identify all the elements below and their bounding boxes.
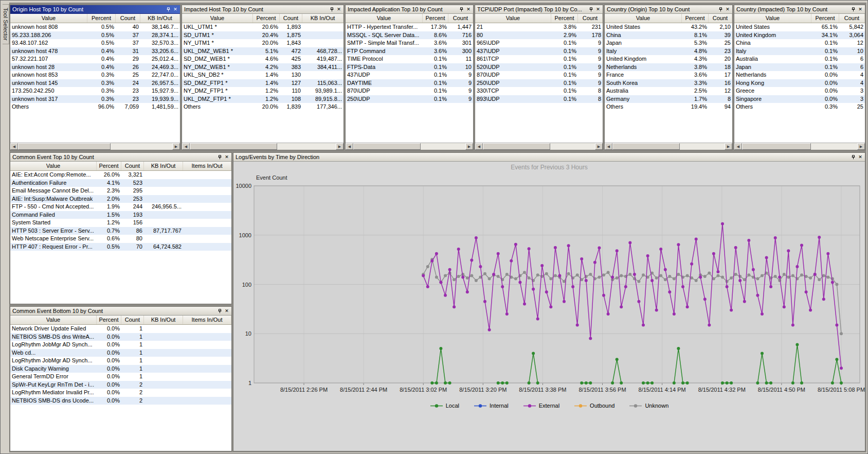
- table-row[interactable]: DAYTIME0.1%9: [346, 79, 473, 88]
- scroll-left-button[interactable]: ◀: [734, 143, 742, 150]
- close-icon[interactable]: ✕: [465, 6, 472, 13]
- panel-titlebar[interactable]: Common Event Top 10 by Count ✕: [10, 153, 231, 162]
- table-row[interactable]: 250\UDP0.1%9: [346, 95, 473, 103]
- table-row[interactable]: UKL_SN_DB2 *1.4%130: [182, 71, 343, 79]
- scroll-left-button[interactable]: ◀: [346, 143, 353, 150]
- table-row[interactable]: Netherlands0.0%4: [734, 71, 865, 79]
- table-row[interactable]: Greece0.0%3: [734, 87, 865, 95]
- table-row[interactable]: NY_UTM1 *20.0%1,843: [182, 39, 343, 47]
- column-header-kb-in-out[interactable]: KB In/Out: [144, 162, 183, 170]
- column-header-count[interactable]: Count: [116, 14, 140, 23]
- legend-item-outbound[interactable]: Outbound: [574, 403, 614, 409]
- table-row[interactable]: unknown host 1450.3%2426,957.5...: [10, 79, 180, 88]
- table-row[interactable]: SD_UTM1 *20.4%1,875: [182, 31, 343, 40]
- column-header-percent[interactable]: Percent: [423, 14, 448, 23]
- table-row[interactable]: LogRhythm JobMgr AD Synch...0.0%1: [10, 341, 231, 349]
- scrollbar-thumb[interactable]: [190, 143, 277, 150]
- table-row[interactable]: FTP - 550 - Cmd Not Accepted...1.9%24424…: [10, 203, 231, 211]
- table-row[interactable]: Singapore0.0%3: [734, 95, 865, 103]
- column-header-items-in-out[interactable]: Items In/Out: [183, 316, 231, 324]
- table-row[interactable]: Others0.3%25: [734, 103, 865, 111]
- table-row[interactable]: South Korea3.3%16: [605, 79, 732, 88]
- column-header-count[interactable]: Count: [448, 14, 473, 23]
- scroll-left-button[interactable]: ◀: [10, 143, 18, 150]
- pin-icon[interactable]: [849, 6, 857, 13]
- table-row[interactable]: United Kingdom4.3%20: [605, 55, 732, 63]
- close-icon[interactable]: ✕: [857, 6, 864, 13]
- panel-titlebar[interactable]: Common Event Bottom 10 by Count ✕: [10, 307, 231, 316]
- table-row[interactable]: Command Failed1.5%193: [10, 211, 231, 219]
- table-row[interactable]: 520\UDP0.1%9: [475, 63, 603, 72]
- table-row[interactable]: LogRhythm JobMgr AD Synch...0.0%1: [10, 357, 231, 365]
- scroll-right-button[interactable]: ▶: [172, 143, 180, 150]
- column-header-count[interactable]: Count: [709, 14, 732, 23]
- panel-titlebar[interactable]: Impacted Host Top 10 by Count ✕: [182, 5, 343, 14]
- column-header-count[interactable]: Count: [839, 14, 865, 23]
- table-row[interactable]: UKL_UTM1 *20.6%1,893: [182, 23, 343, 31]
- horizontal-scrollbar[interactable]: ◀ ▶: [605, 143, 732, 150]
- column-header-kb-in-out[interactable]: KB In/Out: [302, 14, 343, 23]
- table-row[interactable]: System Started1.2%156: [10, 219, 231, 227]
- column-header-value[interactable]: Value: [605, 14, 682, 23]
- scrollbar-thumb[interactable]: [18, 143, 111, 150]
- column-header-count[interactable]: Count: [280, 14, 302, 23]
- column-header-count[interactable]: Count: [578, 14, 603, 23]
- close-icon[interactable]: ✕: [724, 6, 731, 13]
- pin-icon[interactable]: [458, 6, 465, 13]
- table-row[interactable]: NETBIOS SMB-DS dns Ucode...0.0%2: [10, 397, 231, 405]
- table-row[interactable]: SpWr-Put KeyLgr RnTm Det - i...0.0%2: [10, 381, 231, 389]
- legend-item-internal[interactable]: Internal: [474, 403, 509, 409]
- panel-titlebar[interactable]: Impacted Application Top 10 by Count ✕: [346, 5, 473, 14]
- column-header-count[interactable]: Count: [121, 162, 144, 170]
- column-header-percent[interactable]: Percent: [551, 14, 578, 23]
- horizontal-scrollbar[interactable]: ◀ ▶: [346, 143, 473, 150]
- column-header-value[interactable]: Value: [182, 14, 253, 23]
- panel-titlebar[interactable]: Country (Origin) Top 10 by Count ✕: [605, 5, 732, 14]
- table-row[interactable]: United States65.1%5,842: [734, 23, 865, 31]
- table-row[interactable]: Netherlands3.8%18: [605, 63, 732, 72]
- table-row[interactable]: 861\TCP0.1%9: [475, 55, 603, 63]
- pin-icon[interactable]: [165, 6, 172, 13]
- table-row[interactable]: UKL_DMZ_FTP1 *1.2%10889,915.8...: [182, 95, 343, 103]
- close-icon[interactable]: ✕: [223, 154, 230, 161]
- scroll-right-button[interactable]: ▶: [857, 143, 865, 150]
- scroll-right-button[interactable]: ▶: [336, 143, 343, 150]
- table-row[interactable]: unknown host 3170.3%2319,939.9...: [10, 95, 180, 103]
- table-row[interactable]: unknown host 8080.5%4038,146.7...: [10, 23, 180, 31]
- table-row[interactable]: FTP Command3.6%300: [346, 47, 473, 56]
- scroll-right-button[interactable]: ▶: [465, 143, 473, 150]
- table-row[interactable]: Others20.0%1,839177,346...: [182, 103, 343, 111]
- pin-icon[interactable]: [587, 6, 594, 13]
- table-row[interactable]: NETBIOS SMB-DS dns WriteA...0.0%1: [10, 333, 231, 341]
- table-row[interactable]: SD_DMZ_FTP1 *1.4%127115,063...: [182, 79, 343, 88]
- scroll-right-button[interactable]: ▶: [595, 143, 603, 150]
- column-header-percent[interactable]: Percent: [87, 14, 116, 23]
- table-row[interactable]: 93.48.107.1620.5%3732,570.3...: [10, 39, 180, 47]
- table-row[interactable]: 870\UDP0.1%9: [346, 87, 473, 95]
- table-row[interactable]: Hong Kong0.0%4: [734, 79, 865, 88]
- table-row[interactable]: Web Netscape Enterprise Serv...0.6%80: [10, 235, 231, 243]
- pin-icon[interactable]: [849, 154, 857, 161]
- table-row[interactable]: United States43.2%2,10: [605, 23, 732, 31]
- panel-titlebar[interactable]: Logs/Events by Time by Direction ✕: [233, 153, 865, 162]
- table-row[interactable]: AIE: Int:Susp:Malware Outbreak2.0%253: [10, 195, 231, 203]
- table-row[interactable]: United Kingdom34.1%3,064: [734, 31, 865, 40]
- table-row[interactable]: Network Driver Update Failed0.0%1: [10, 325, 231, 333]
- table-row[interactable]: SMTP - Simple Mail Transf...3.6%301: [346, 39, 473, 47]
- table-row[interactable]: unknown host 280.4%2624,469.3...: [10, 63, 180, 72]
- table-row[interactable]: AIE: Ext:Accnt Comp:Remote...26.0%3,321: [10, 171, 231, 179]
- table-row[interactable]: Australia0.1%6: [734, 55, 865, 63]
- table-row[interactable]: 893\UDP0.1%8: [475, 95, 603, 103]
- column-header-percent[interactable]: Percent: [97, 316, 121, 324]
- column-header-value[interactable]: Value: [10, 316, 97, 324]
- column-header-percent[interactable]: Percent: [682, 14, 709, 23]
- table-row[interactable]: HTTP 407 : Request Error - Pr...0.5%7064…: [10, 243, 231, 251]
- close-icon[interactable]: ✕: [223, 308, 230, 315]
- table-row[interactable]: 437\UDP0.1%9: [475, 47, 603, 56]
- close-icon[interactable]: ✕: [857, 154, 864, 161]
- table-row[interactable]: Italy0.1%10: [734, 47, 865, 56]
- legend-item-unknown[interactable]: Unknown: [629, 403, 668, 409]
- table-row[interactable]: HTTP - Hypertext Transfer...17.3%1,447: [346, 23, 473, 31]
- scroll-right-button[interactable]: ▶: [725, 143, 732, 150]
- scrollbar-thumb[interactable]: [353, 143, 421, 150]
